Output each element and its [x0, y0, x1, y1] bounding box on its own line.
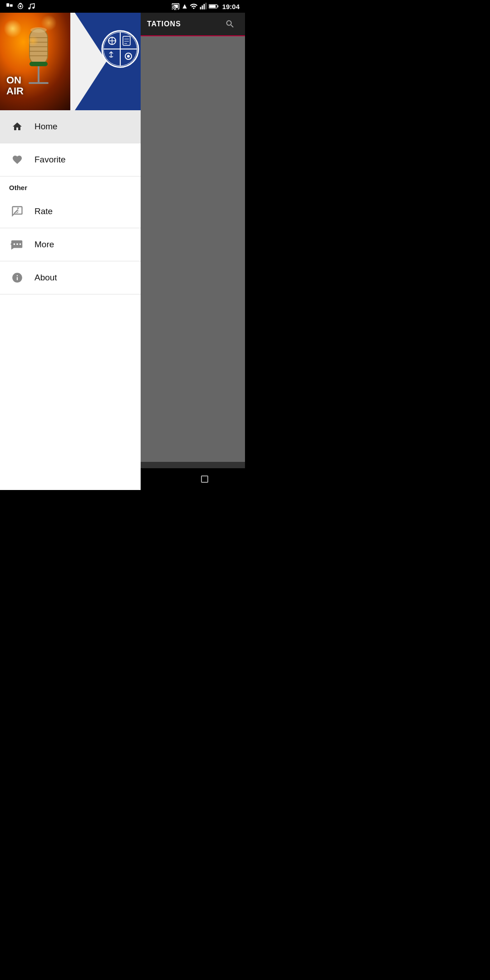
pennant-svg	[70, 13, 141, 110]
nav-list: Home Favorite Other	[0, 110, 141, 490]
svg-point-5	[32, 7, 34, 9]
svg-rect-1	[10, 5, 13, 7]
signal-icon	[200, 2, 207, 10]
drawer: ON AIR Home Favorite	[0, 13, 141, 490]
svg-rect-8	[201, 5, 203, 10]
microphone-illustration	[18, 22, 59, 94]
on-air-text: ON AIR	[6, 75, 24, 97]
svg-point-41	[20, 243, 21, 245]
svg-marker-6	[182, 4, 186, 8]
status-bar: 19:04	[0, 0, 245, 13]
status-time: 19:04	[222, 3, 240, 10]
toolbar: TATIONS	[141, 13, 245, 36]
arrow-up-icon	[181, 2, 188, 10]
nav-item-rate[interactable]: Rate	[0, 195, 141, 228]
search-icon	[225, 19, 235, 29]
svg-rect-0	[6, 3, 9, 7]
rate-label: Rate	[34, 206, 53, 216]
notification-icon	[5, 2, 14, 10]
svg-point-38	[127, 55, 130, 58]
music-icon	[27, 2, 35, 10]
svg-rect-12	[209, 5, 216, 8]
svg-rect-10	[205, 3, 206, 10]
search-button[interactable]	[221, 15, 239, 33]
svg-point-3	[20, 5, 22, 8]
cast-icon	[172, 2, 180, 10]
wifi-icon	[190, 2, 198, 10]
rate-icon	[9, 203, 25, 220]
nav-item-favorite[interactable]: Favorite	[0, 143, 141, 176]
favorite-label: Favorite	[34, 155, 66, 165]
recents-icon	[201, 475, 208, 483]
about-label: About	[34, 273, 57, 283]
more-label: More	[34, 240, 54, 250]
home-icon	[9, 118, 25, 135]
recents-button[interactable]	[197, 472, 212, 486]
status-icons-right: 19:04	[172, 2, 240, 10]
battery-icon	[209, 3, 219, 10]
svg-rect-9	[203, 4, 205, 10]
svg-point-4	[28, 7, 30, 10]
about-icon	[9, 270, 25, 286]
svg-point-39	[14, 243, 15, 245]
content-area	[141, 36, 245, 462]
toolbar-title: TATIONS	[147, 20, 181, 28]
nav-item-home[interactable]: Home	[0, 110, 141, 143]
banner-right	[70, 13, 141, 110]
svg-point-40	[16, 243, 18, 245]
svg-rect-13	[217, 5, 218, 8]
svg-rect-23	[29, 62, 48, 66]
status-icons-left	[5, 2, 35, 10]
camera-icon	[16, 2, 24, 10]
more-icon	[9, 236, 25, 253]
banner: ON AIR	[0, 13, 141, 110]
nav-item-about[interactable]: About	[0, 261, 141, 294]
other-section-header: Other	[0, 176, 141, 195]
svg-rect-7	[200, 7, 201, 9]
home-label: Home	[34, 122, 58, 132]
nav-item-more[interactable]: More	[0, 228, 141, 261]
favorite-icon	[9, 152, 25, 168]
main-area: TATIONS	[141, 13, 245, 490]
app-container: ON AIR Home Favorite	[0, 13, 245, 490]
